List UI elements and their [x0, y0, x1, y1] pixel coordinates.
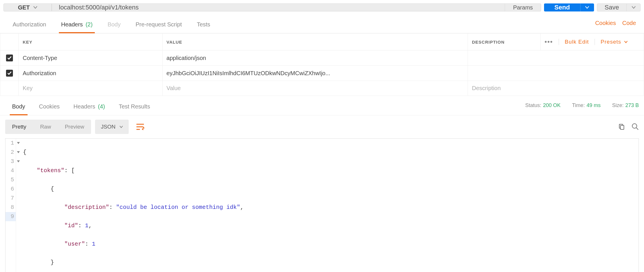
cookies-link[interactable]: Cookies	[595, 20, 616, 26]
headers-table: KEY VALUE DESCRIPTION ••• Bulk Edit Pres…	[0, 33, 644, 96]
separator	[559, 39, 559, 45]
time-meta: Time:49 ms	[572, 102, 601, 108]
table-row: Content-Type application/json	[0, 50, 644, 66]
http-method-select[interactable]: GET	[3, 3, 52, 11]
new-desc-input[interactable]	[472, 85, 640, 92]
header-check-col	[0, 34, 19, 50]
row-checkbox[interactable]	[6, 70, 13, 77]
header-desc-cell[interactable]	[468, 66, 644, 81]
wrap-icon	[136, 123, 144, 131]
presets-label: Presets	[601, 39, 621, 45]
col-description: DESCRIPTION	[468, 34, 541, 50]
new-value-input[interactable]	[167, 85, 464, 92]
wrap-lines-button[interactable]	[133, 119, 148, 134]
header-value-cell[interactable]: eyJhbGciOiJIUzI1NiIsImlhdCI6MTUzODkwNDcy…	[162, 66, 468, 81]
params-button[interactable]: Params	[505, 4, 541, 11]
response-body-editor[interactable]: 1 2 3 4 5 6 7 8 9 { "tokens": [ { "descr…	[5, 138, 639, 272]
chevron-down-icon	[33, 6, 37, 9]
tab-headers-label: Headers	[61, 21, 83, 28]
save-dropdown[interactable]	[626, 4, 640, 11]
code-content: { "tokens": [ { "description": "could be…	[16, 139, 639, 272]
tab-headers[interactable]: Headers (2)	[54, 17, 100, 33]
pretty-button[interactable]: Pretty	[5, 120, 33, 134]
tab-headers-count: (2)	[86, 21, 92, 28]
tab-prerequest[interactable]: Pre-request Script	[128, 17, 189, 33]
send-dropdown[interactable]	[580, 3, 594, 11]
code-link[interactable]: Code	[622, 20, 636, 26]
header-key-cell[interactable]: Content-Type	[19, 50, 163, 66]
copy-icon[interactable]	[618, 123, 625, 131]
more-icon[interactable]: •••	[545, 38, 553, 46]
resp-tab-headers[interactable]: Headers (4)	[67, 100, 112, 115]
new-key-input[interactable]	[23, 85, 158, 92]
resp-tab-tests[interactable]: Test Results	[112, 100, 157, 115]
tab-body[interactable]: Body	[100, 17, 128, 33]
resp-tab-headers-label: Headers	[74, 103, 95, 110]
preview-button[interactable]: Preview	[58, 120, 91, 134]
raw-button[interactable]: Raw	[33, 120, 58, 134]
view-mode-group: Pretty Raw Preview	[5, 120, 91, 134]
svg-line-6	[636, 128, 638, 130]
svg-marker-2	[142, 128, 143, 130]
bulk-edit-link[interactable]: Bulk Edit	[565, 39, 589, 45]
svg-point-5	[632, 124, 637, 128]
col-key: KEY	[19, 34, 163, 50]
header-desc-cell[interactable]	[468, 50, 644, 66]
request-url-input[interactable]	[52, 4, 505, 11]
tab-authorization[interactable]: Authorization	[5, 17, 54, 33]
header-key-cell[interactable]: Authorization	[19, 66, 163, 81]
size-meta: Size:273 B	[612, 102, 639, 108]
table-row: Authorization eyJhbGciOiJIUzI1NiIsImlhdC…	[0, 66, 644, 81]
format-label: JSON	[101, 124, 115, 130]
tab-tests[interactable]: Tests	[189, 17, 218, 33]
presets-dropdown[interactable]: Presets	[601, 39, 627, 45]
row-checkbox[interactable]	[6, 55, 13, 61]
resp-tab-cookies[interactable]: Cookies	[32, 100, 67, 115]
resp-tab-headers-count: (4)	[98, 103, 105, 110]
save-button[interactable]: Save	[597, 3, 641, 11]
header-value-cell[interactable]: application/json	[162, 50, 468, 66]
search-icon[interactable]	[631, 123, 639, 131]
resp-tab-body[interactable]: Body	[5, 100, 32, 115]
chevron-down-icon	[119, 126, 123, 128]
send-button-label: Send	[544, 3, 580, 11]
format-select[interactable]: JSON	[95, 120, 129, 134]
status-meta: Status:200 OK	[525, 102, 560, 108]
separator	[595, 39, 595, 45]
chevron-down-icon	[585, 6, 589, 9]
table-row-new	[0, 81, 644, 96]
svg-rect-4	[620, 125, 624, 129]
col-value: VALUE	[162, 34, 468, 50]
send-button[interactable]: Send	[544, 3, 594, 11]
http-method-label: GET	[18, 4, 30, 11]
line-gutter: 1 2 3 4 5 6 7 8 9	[5, 139, 16, 272]
chevron-down-icon	[632, 6, 636, 9]
save-button-label: Save	[597, 4, 626, 11]
